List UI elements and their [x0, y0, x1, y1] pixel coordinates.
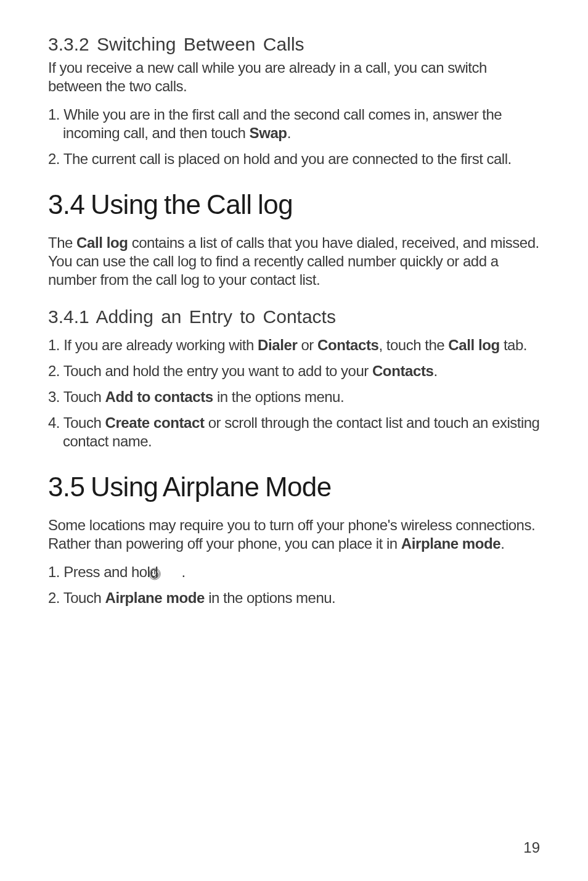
text: , touch the: [379, 337, 449, 353]
text: in the options menu.: [205, 589, 335, 606]
list-item: 1. While you are in the first call and t…: [48, 105, 540, 142]
list-3-3-2: 1. While you are in the first call and t…: [48, 105, 540, 168]
heading-3-4-1: 3.4.1 Adding an Entry to Contacts: [48, 306, 540, 327]
page-number: 19: [523, 839, 540, 856]
text: .: [287, 125, 291, 141]
text: .: [433, 363, 437, 379]
bold-contacts: Contacts: [372, 363, 433, 379]
text: 1. Press and hold: [48, 563, 161, 580]
list-item: 4. Touch Create contact or scroll throug…: [48, 414, 540, 451]
text: tab.: [500, 337, 527, 353]
text: 1. If you are already working with: [48, 337, 258, 353]
heading-3-5: 3.5 Using Airplane Mode: [48, 472, 540, 502]
heading-3-3-2: 3.3.2 Switching Between Calls: [48, 34, 540, 55]
list-3-5: 1. Press and hold . 2. Touch Airplane mo…: [48, 563, 540, 607]
bold-airplane-mode: Airplane mode: [401, 535, 501, 552]
bold-create-contact: Create contact: [105, 414, 204, 431]
bold-contacts: Contacts: [317, 337, 378, 353]
list-item: 1. If you are already working with Diale…: [48, 336, 540, 354]
text: in the options menu.: [213, 388, 344, 405]
list-item: 2. Touch and hold the entry you want to …: [48, 362, 540, 380]
text: 2. Touch and hold the entry you want to …: [48, 363, 372, 379]
text: or: [297, 337, 317, 353]
intro-3-3-2: If you receive a new call while you are …: [48, 59, 540, 96]
bold-airplane-mode: Airplane mode: [105, 589, 205, 606]
text: .: [178, 563, 185, 580]
bold-add-to-contacts: Add to contacts: [105, 388, 213, 405]
bold-call-log: Call log: [76, 234, 128, 251]
power-icon: [163, 567, 176, 580]
text: The: [48, 234, 76, 251]
list-item: 1. Press and hold .: [48, 563, 540, 581]
list-item: 3. Touch Add to contacts in the options …: [48, 388, 540, 406]
list-item: 2. Touch Airplane mode in the options me…: [48, 589, 540, 607]
bold-call-log: Call log: [448, 337, 499, 353]
bold-swap: Swap: [250, 125, 287, 141]
text: .: [500, 535, 504, 552]
text: 4. Touch: [48, 414, 105, 431]
list-3-4-1: 1. If you are already working with Diale…: [48, 336, 540, 451]
text: 3. Touch: [48, 388, 105, 405]
bold-dialer: Dialer: [258, 337, 297, 353]
intro-3-5: Some locations may require you to turn o…: [48, 516, 540, 553]
text: 2. Touch: [48, 589, 105, 606]
heading-3-4: 3.4 Using the Call log: [48, 189, 540, 220]
list-item: 2. The current call is placed on hold an…: [48, 150, 540, 168]
intro-3-4: The Call log contains a list of calls th…: [48, 234, 540, 289]
